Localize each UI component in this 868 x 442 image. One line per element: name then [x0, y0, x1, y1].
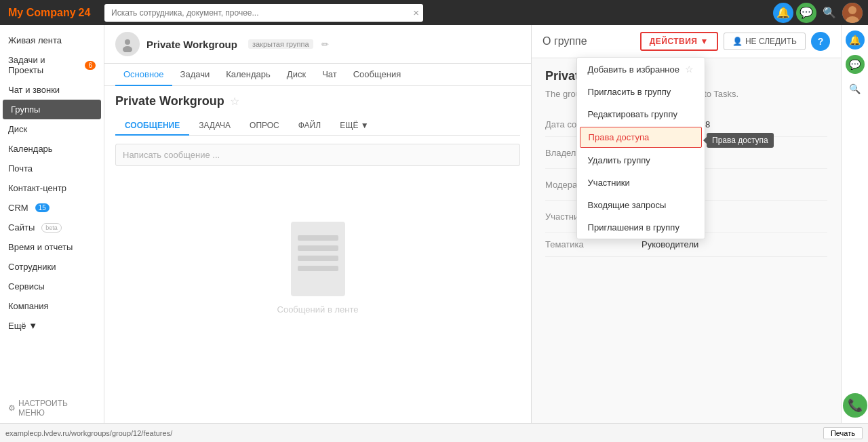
dropdown-item-label: Приглашения в группу [588, 222, 679, 233]
sidebar-item-label: Время и отчеты [8, 242, 73, 252]
search-close-icon[interactable]: × [413, 7, 419, 18]
sidebar-item-employees[interactable]: Сотрудники [0, 257, 104, 277]
sidebar-item-label: Сервисы [8, 281, 45, 292]
sidebar-item-time[interactable]: Время и отчеты [0, 237, 104, 257]
dropdown-item-requests[interactable]: Входящие запросы [577, 194, 705, 216]
empty-feed: Сообщений в ленте [115, 166, 520, 369]
phone-icon[interactable]: 📞 [843, 393, 867, 418]
dropdown-item-invitations[interactable]: Приглашения в группу [577, 216, 705, 239]
tasks-badge: 6 [85, 61, 96, 70]
sidebar-item-contact[interactable]: Контакт-центр [0, 178, 104, 198]
crm-badge: 15 [35, 203, 50, 212]
group-tabs: Основное Задачи Календарь Диск Чат Сообщ… [104, 64, 531, 86]
sidebar-item-feed[interactable]: Живая лента [0, 31, 104, 50]
subtab-poll[interactable]: Опрос [240, 117, 289, 136]
sidebar-item-services[interactable]: Сервисы [0, 277, 104, 296]
sidebar-item-label: Ещё ▼ [8, 321, 37, 331]
sites-badge: beta [41, 223, 62, 233]
right-panel-header: О группе ДЕЙСТВИЯ ▼ 👤 НЕ СЛЕДИТЬ ? [532, 25, 841, 58]
tab-main[interactable]: Основное [115, 64, 172, 86]
info-label-topic: Тематика [545, 239, 633, 249]
sidebar-item-label: Сотрудники [8, 262, 56, 272]
sidebar-item-calendar[interactable]: Календарь [0, 139, 104, 159]
dropdown-item-label: Участники [588, 178, 630, 188]
dropdown-item-members[interactable]: Участники [577, 172, 705, 194]
tab-messages[interactable]: Сообщения [345, 64, 410, 86]
help-icon[interactable]: ? [811, 32, 830, 51]
dropdown-item-favorite[interactable]: Добавить в избранное ☆ [577, 58, 705, 81]
sidebar-item-mail[interactable]: Почта [0, 159, 104, 178]
subtab-task[interactable]: Задача [189, 117, 240, 136]
subtab-message[interactable]: Сообщение [115, 117, 189, 136]
group-name-big: Private Workgroup [115, 94, 224, 108]
tab-chat[interactable]: Чат [314, 64, 345, 86]
sidebar-item-tasks[interactable]: Задачи и Проекты 6 [0, 50, 104, 80]
sidebar-item-label: Чат и звонки [8, 85, 60, 95]
unfollow-button[interactable]: 👤 НЕ СЛЕДИТЬ [724, 33, 806, 50]
app-logo[interactable]: My Company 24 [0, 7, 104, 19]
dropdown-item-label: Удалить группу [588, 155, 650, 165]
info-value-topic: Руководители [642, 239, 698, 249]
main-layout: Живая лента Задачи и Проекты 6 Чат и зво… [0, 25, 868, 423]
sidebar-item-label: Живая лента [8, 35, 62, 45]
sidebar-settings[interactable]: ⚙ НАСТРОИТЬ МЕНЮ [0, 393, 104, 423]
edit-icon[interactable]: ✏ [321, 39, 329, 49]
sidebar-item-label: Компания [8, 301, 49, 311]
sidebar-item-sites[interactable]: Сайты beta [0, 218, 104, 237]
message-placeholder: Написать сообщение ... [123, 150, 220, 160]
right-panel-actions: ДЕЙСТВИЯ ▼ 👤 НЕ СЛЕДИТЬ ? [640, 32, 830, 51]
sidebar-item-chat[interactable]: Чат и звонки [0, 80, 104, 100]
sidebar-item-label: Диск [8, 124, 27, 134]
chevron-down-icon: ▼ [701, 37, 709, 46]
sidebar-item-label: Контакт-центр [8, 183, 66, 193]
chat-sidebar-icon[interactable]: 💬 [846, 55, 865, 74]
dropdown-item-rights[interactable]: Права доступа Права доступа [580, 127, 702, 148]
search-input[interactable] [104, 4, 423, 22]
actions-button[interactable]: ДЕЙСТВИЯ ▼ [640, 32, 718, 51]
user-avatar[interactable] [842, 3, 863, 23]
content-area: Private Workgroup закрытая группа ✏ Осно… [104, 25, 868, 423]
app-title-number: 24 [79, 7, 91, 19]
notification-sidebar-icon[interactable]: 🔔 [846, 31, 865, 49]
tab-tasks[interactable]: Задачи [172, 64, 218, 86]
sidebar-item-label: Почта [8, 163, 33, 174]
message-input[interactable]: Написать сообщение ... [115, 144, 520, 166]
notification-icon[interactable]: 🔔 [773, 3, 793, 23]
group-header: Private Workgroup закрытая группа ✏ [104, 25, 531, 64]
sidebar-item-disk[interactable]: Диск [0, 119, 104, 139]
topbar: My Company 24 × 🔔 💬 🔍 [0, 0, 868, 25]
gear-icon: ⚙ [8, 403, 16, 413]
tab-disk[interactable]: Диск [279, 64, 314, 86]
sidebar-item-label: CRM [8, 203, 28, 213]
dropdown-item-delete[interactable]: Удалить группу [577, 149, 705, 172]
app-title: My Company [8, 7, 76, 19]
svg-point-4 [125, 39, 130, 45]
star-icon[interactable]: ☆ [230, 95, 239, 108]
dropdown-item-invite[interactable]: Пригласить в группу [577, 81, 705, 103]
sidebar-item-more[interactable]: Ещё ▼ [0, 316, 104, 336]
sidebar-item-company[interactable]: Компания [0, 296, 104, 316]
sidebar-item-groups[interactable]: Группы [3, 100, 101, 119]
subtab-more[interactable]: Ещё ▼ [330, 117, 378, 136]
statusbar: examplecp.lvdev.ru/workgroups/group/12/f… [0, 423, 868, 442]
group-name: Private Workgroup [146, 39, 237, 50]
subtab-file[interactable]: Файл [289, 117, 330, 136]
group-body: Private Workgroup ☆ Сообщение Задача Опр… [104, 86, 531, 423]
search-icon[interactable]: 🔍 [819, 3, 840, 23]
feed-illustration [291, 222, 345, 296]
sidebar-item-crm[interactable]: CRM 15 [0, 198, 104, 218]
search-sidebar-icon[interactable]: 🔍 [846, 79, 865, 98]
group-panel: Private Workgroup закрытая группа ✏ Осно… [104, 25, 532, 423]
right-panel-title: О группе [542, 35, 587, 47]
sidebar-item-label: Календарь [8, 144, 53, 154]
print-button[interactable]: Печать [823, 427, 863, 439]
sidebar: Живая лента Задачи и Проекты 6 Чат и зво… [0, 25, 104, 423]
dropdown-item-label: Редактировать группу [588, 109, 677, 119]
empty-feed-text: Сообщений в ленте [277, 304, 359, 315]
tab-calendar[interactable]: Календарь [218, 64, 279, 86]
dropdown-item-label: Входящие запросы [588, 200, 667, 210]
dropdown-item-edit[interactable]: Редактировать группу [577, 103, 705, 125]
dropdown-item-label: Пригласить в группу [588, 87, 671, 97]
chat-icon[interactable]: 💬 [796, 3, 816, 23]
dropdown-item-label: Права доступа [589, 132, 650, 142]
